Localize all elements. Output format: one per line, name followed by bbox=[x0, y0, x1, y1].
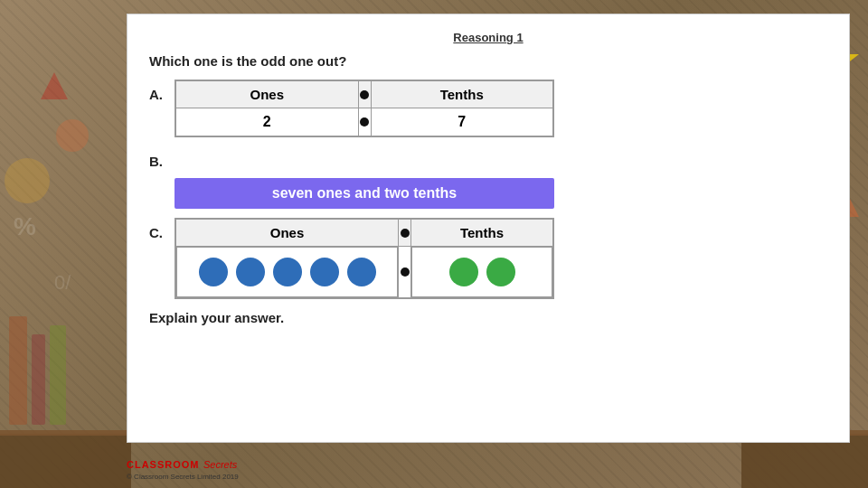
option-b-text: seven ones and two tenths bbox=[175, 178, 554, 209]
explain-text: Explain your answer. bbox=[149, 310, 827, 325]
c-dot-sep-value bbox=[399, 247, 411, 299]
a-dot-sep-value bbox=[358, 108, 371, 137]
left-decoration: % 0/ bbox=[0, 0, 131, 488]
option-b-label: B. bbox=[149, 146, 175, 169]
option-a-label: A. bbox=[149, 80, 175, 102]
a-ones-value: 2 bbox=[175, 108, 358, 137]
main-card: Reasoning 1 Which one is the odd one out… bbox=[127, 14, 850, 443]
svg-rect-4 bbox=[50, 325, 66, 425]
dot-icon bbox=[360, 90, 369, 99]
option-a-row: A. Ones Tenths 2 7 bbox=[149, 80, 827, 137]
blue-dot-3 bbox=[273, 258, 302, 286]
c-tenths-header: Tenths bbox=[411, 219, 553, 247]
svg-point-5 bbox=[5, 158, 50, 203]
svg-rect-2 bbox=[9, 316, 27, 425]
blue-dot-4 bbox=[310, 258, 339, 286]
svg-marker-7 bbox=[41, 72, 68, 99]
green-dot-1 bbox=[449, 258, 478, 286]
dot-icon bbox=[401, 229, 410, 238]
c-tenths-dots-cell bbox=[411, 247, 552, 297]
option-c-row: C. Ones Tenths bbox=[149, 218, 827, 299]
a-tenths-header: Tenths bbox=[371, 80, 553, 108]
blue-dot-1 bbox=[199, 258, 228, 286]
blue-dot-2 bbox=[236, 258, 265, 286]
logo-area: CLASSROOM Secrets © Classroom Secrets Li… bbox=[127, 455, 239, 481]
option-b-row: B. bbox=[149, 146, 827, 169]
dot-icon bbox=[401, 267, 410, 277]
a-dot-sep-header bbox=[358, 80, 371, 108]
blue-dot-5 bbox=[347, 258, 376, 286]
svg-rect-0 bbox=[0, 434, 131, 488]
c-ones-header: Ones bbox=[175, 219, 399, 247]
svg-text:0/: 0/ bbox=[54, 271, 71, 294]
logo-container: CLASSROOM Secrets © Classroom Secrets Li… bbox=[127, 455, 239, 481]
svg-point-6 bbox=[56, 119, 89, 152]
svg-text:%: % bbox=[14, 212, 36, 240]
page-title: Reasoning 1 bbox=[149, 31, 827, 44]
c-dot-sep-header bbox=[399, 219, 411, 247]
logo-classroom: CLASSROOM bbox=[127, 459, 200, 470]
c-ones-dots-cell bbox=[176, 247, 398, 297]
svg-rect-1 bbox=[0, 430, 131, 436]
option-a-table: Ones Tenths 2 7 bbox=[175, 80, 554, 137]
green-dot-2 bbox=[486, 258, 515, 286]
a-ones-header: Ones bbox=[175, 80, 358, 108]
logo-secrets: Secrets bbox=[203, 459, 237, 470]
option-c-label: C. bbox=[149, 218, 175, 240]
option-c-table: Ones Tenths bbox=[175, 218, 554, 299]
question-text: Which one is the odd one out? bbox=[149, 53, 827, 69]
svg-rect-3 bbox=[32, 334, 45, 425]
a-tenths-value: 7 bbox=[371, 108, 553, 137]
dot-icon bbox=[360, 117, 369, 127]
logo-copyright: © Classroom Secrets Limited 2019 bbox=[127, 473, 239, 481]
